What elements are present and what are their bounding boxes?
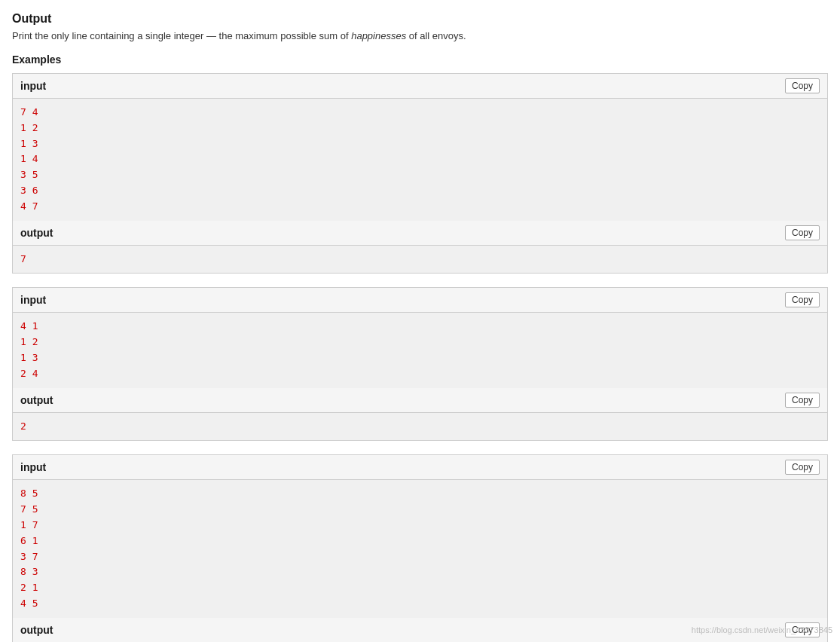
example-block-1: input Copy 7 4 1 2 1 3 1 4 3 5 3 6 4 7 o… xyxy=(12,73,828,274)
example-block-2: input Copy 4 1 1 2 1 3 2 4 output Copy 2 xyxy=(12,287,828,441)
input-content-1: 7 4 1 2 1 3 1 4 3 5 3 6 4 7 xyxy=(13,99,827,221)
input-content-3: 8 5 7 5 1 7 6 1 3 7 8 3 2 1 4 5 xyxy=(13,480,827,617)
output-desc-after: of all envoys. xyxy=(406,30,466,41)
output-title: Output xyxy=(12,12,828,26)
input-label-2: input xyxy=(20,294,46,306)
examples-title: Examples xyxy=(12,54,828,66)
output-label-1: output xyxy=(20,227,53,239)
output-label-3: output xyxy=(20,624,53,636)
input-label-3: input xyxy=(20,461,46,473)
output-header-1: output Copy xyxy=(13,221,827,246)
output-label-2: output xyxy=(20,394,53,406)
output-desc: Print the only line containing a single … xyxy=(12,30,828,41)
copy-input-button-1[interactable]: Copy xyxy=(785,78,820,93)
copy-input-button-3[interactable]: Copy xyxy=(785,460,820,475)
input-label-1: input xyxy=(20,80,46,92)
examples-container: input Copy 7 4 1 2 1 3 1 4 3 5 3 6 4 7 o… xyxy=(12,73,828,642)
input-content-2: 4 1 1 2 1 3 2 4 xyxy=(13,313,827,387)
input-header-3: input Copy xyxy=(13,455,827,480)
input-header-1: input Copy xyxy=(13,74,827,99)
copy-output-button-1[interactable]: Copy xyxy=(785,225,820,240)
copy-output-button-2[interactable]: Copy xyxy=(785,393,820,408)
example-block-3: input Copy 8 5 7 5 1 7 6 1 3 7 8 3 2 1 4… xyxy=(12,454,828,642)
output-desc-before: Print the only line containing a single … xyxy=(12,30,351,41)
output-section: Output Print the only line containing a … xyxy=(12,12,828,41)
output-desc-italic: happinesses xyxy=(351,30,406,41)
output-content-1: 7 xyxy=(13,246,827,274)
watermark: https://blog.csdn.net/weixin_43373845 xyxy=(692,625,832,634)
copy-input-button-2[interactable]: Copy xyxy=(785,292,820,307)
output-header-2: output Copy xyxy=(13,388,827,413)
input-header-2: input Copy xyxy=(13,288,827,313)
output-content-2: 2 xyxy=(13,413,827,441)
